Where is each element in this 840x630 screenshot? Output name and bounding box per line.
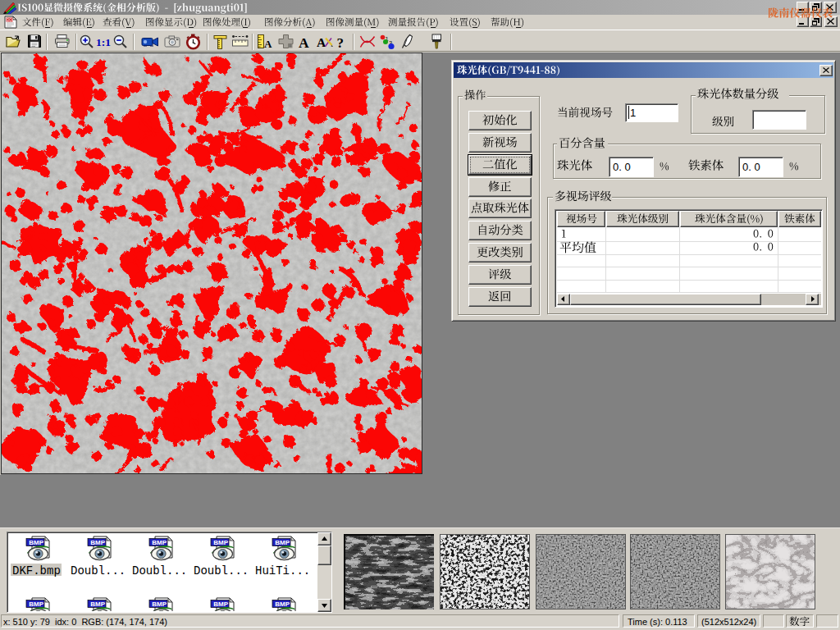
svg-text:BMP: BMP [152, 539, 167, 546]
svg-text:BMP: BMP [213, 600, 228, 608]
svg-text:BMP: BMP [90, 539, 105, 546]
svg-text:A: A [264, 38, 272, 50]
svg-text:1:1: 1:1 [96, 36, 111, 48]
svg-text:BMP: BMP [29, 539, 43, 546]
svg-text:BMP: BMP [213, 539, 228, 546]
svg-text:BMP: BMP [152, 600, 167, 608]
svg-text:A: A [317, 35, 326, 49]
svg-text:?: ? [337, 35, 345, 51]
svg-text:BMP: BMP [275, 600, 290, 608]
svg-text:A: A [299, 34, 309, 51]
svg-text:BMP: BMP [275, 539, 290, 546]
svg-text:BMP: BMP [90, 600, 105, 608]
svg-text:BMP: BMP [29, 600, 43, 608]
svg-text:DOC: DOC [7, 18, 16, 22]
